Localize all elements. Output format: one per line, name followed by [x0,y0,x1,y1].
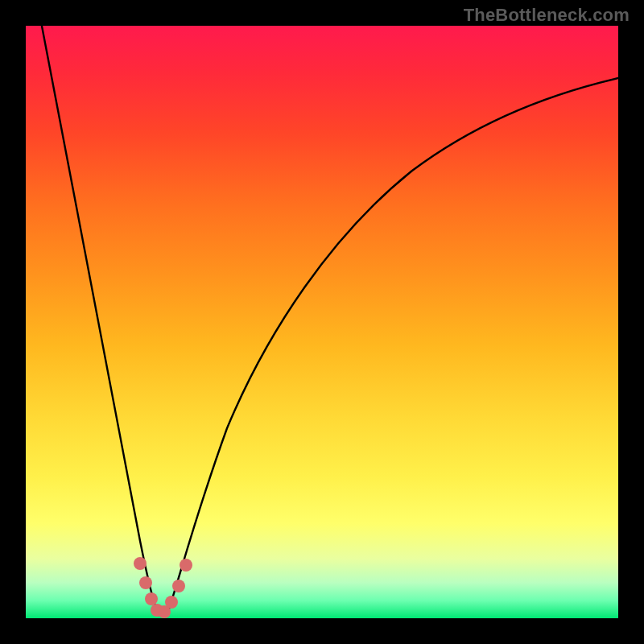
watermark-text: TheBottleneck.com [464,5,630,26]
marker-dot [134,557,147,570]
chart-svg [26,26,618,618]
curve-layer [40,26,618,616]
marker-dot [145,592,158,605]
plot-area [26,26,618,618]
marker-dot [165,596,178,609]
right-branch-line [167,78,618,613]
left-branch-line [40,26,158,613]
chart-frame: TheBottleneck.com [0,0,644,644]
marker-dot [180,559,192,572]
marker-dot [139,576,152,589]
marker-dot [172,580,185,592]
marker-layer [134,557,192,618]
